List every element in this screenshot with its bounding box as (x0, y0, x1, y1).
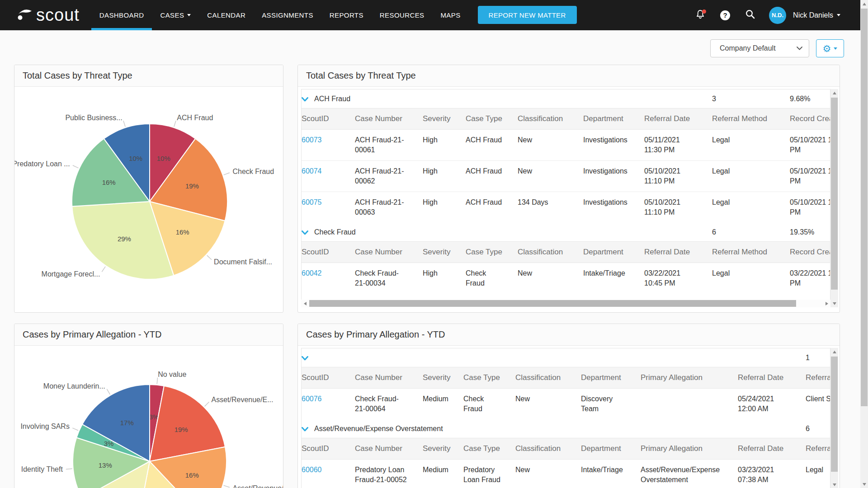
column-header[interactable]: Case Type (463, 438, 515, 460)
scrollbar-thumb[interactable] (861, 9, 868, 406)
nav-item-dashboard[interactable]: DASHBOARD (91, 0, 152, 30)
scrollbar-thumb[interactable] (309, 300, 796, 307)
table-vertical-scrollbar[interactable] (830, 348, 838, 488)
column-header[interactable]: Case Type (466, 242, 518, 263)
column-header[interactable]: Referral Date (738, 438, 806, 460)
column-header[interactable]: ScoutID (302, 367, 355, 389)
table-row[interactable]: 60074ACH Fraud-21- 00062HighACH FraudNew… (302, 161, 830, 192)
dashboard-select[interactable]: Company Default (710, 39, 809, 57)
table-row[interactable]: 60060Predatory Loan Fraud-21-00052Medium… (302, 460, 830, 488)
column-header[interactable]: Case Type (463, 367, 515, 389)
column-header[interactable]: Primary Allegation (641, 438, 738, 460)
column-header[interactable]: Classification (518, 108, 583, 130)
column-header[interactable]: Department (583, 242, 644, 263)
table-row[interactable]: 60042Check Fraud- 21-00034HighCheck Frau… (302, 263, 830, 294)
column-header[interactable]: Department (581, 367, 641, 389)
help-button[interactable]: ? (719, 9, 731, 21)
table-cell: Legal (712, 161, 790, 192)
column-header[interactable]: ScoutID (302, 242, 355, 263)
table-row[interactable]: 60076Check Fraud- 21-00064MediumCheck Fr… (302, 389, 830, 420)
table-row[interactable]: 60073ACH Fraud-21- 00061HighACH FraudNew… (302, 130, 830, 161)
column-header[interactable]: Referral Method (712, 242, 790, 263)
table-horizontal-scrollbar[interactable] (301, 300, 830, 307)
table-cell: Check Fraud- 21-00064 (355, 389, 423, 420)
app-logo[interactable]: scout (17, 0, 80, 30)
scoutid-link[interactable]: 60060 (302, 466, 322, 474)
column-header[interactable]: Referral Method (712, 108, 790, 130)
notification-dot (702, 9, 706, 14)
column-header[interactable]: Severity (423, 242, 466, 263)
table-cell: ACH Fraud-21- 00062 (355, 161, 423, 192)
scoutid-link[interactable]: 60042 (302, 269, 322, 277)
table-cell: Check Fraud (466, 263, 518, 294)
column-header[interactable]: Classification (515, 367, 581, 389)
collapse-chevron-icon[interactable] (302, 97, 308, 102)
panel-header: Cases by Primary Allegation - YTD (14, 324, 283, 346)
column-header[interactable]: Record Created (790, 242, 830, 263)
collapse-chevron-icon[interactable] (302, 230, 308, 235)
nav-item-reports[interactable]: REPORTS (321, 0, 372, 30)
column-header[interactable]: Severity (423, 438, 463, 460)
column-header[interactable]: Primary Allegation (641, 367, 738, 389)
pie-slice-label: Public Business... (65, 114, 122, 122)
scoutid-link[interactable]: 60075 (302, 198, 322, 206)
table-cell: 03/22/2021 1 PM (790, 263, 830, 294)
pie-percent-label: 16% (176, 228, 189, 236)
column-header[interactable]: Classification (515, 438, 581, 460)
page-scrollbar[interactable] (860, 0, 868, 488)
pie-label-line (73, 165, 79, 168)
avatar[interactable]: N.D. (769, 7, 786, 24)
column-header[interactable]: Department (583, 108, 644, 130)
column-header[interactable]: Referral Date (644, 242, 712, 263)
pie-label-line (157, 378, 157, 384)
group-count: 6 (712, 223, 790, 242)
column-header[interactable]: Severity (423, 367, 463, 389)
chevron-down-icon (837, 14, 840, 16)
scrollbar-thumb[interactable] (831, 357, 838, 472)
nav-item-calendar[interactable]: CALENDAR (199, 0, 254, 30)
column-header[interactable]: Case Type (466, 108, 518, 130)
table-cell: Investigations (583, 130, 644, 161)
scoutid-link[interactable]: 60074 (302, 167, 322, 175)
column-header[interactable]: Referral Method (806, 438, 830, 460)
group-percent: 19.35% (790, 223, 830, 242)
nav-item-assignments[interactable]: ASSIGNMENTS (254, 0, 321, 30)
column-header[interactable]: Case Number (355, 242, 423, 263)
column-header[interactable]: Referral Method (806, 367, 830, 389)
table-row[interactable]: 60075ACH Fraud-21- 00063HighACH Fraud134… (302, 192, 830, 223)
table-header-row: ScoutIDCase NumberSeverityCase TypeClass… (302, 242, 830, 263)
scoutid-link[interactable]: 60076 (302, 395, 322, 403)
nav-item-label: ASSIGNMENTS (262, 11, 313, 19)
column-header[interactable]: Severity (423, 108, 466, 130)
scoutid-link[interactable]: 60073 (302, 136, 322, 144)
nav-item-cases[interactable]: CASES (152, 0, 199, 30)
dashboard-settings-button[interactable]: ⚙ (816, 39, 844, 57)
group-count: 1 (806, 348, 830, 367)
table-vertical-scrollbar[interactable] (830, 89, 838, 307)
column-header[interactable]: Case Number (355, 108, 423, 130)
column-header[interactable]: Referral Date (644, 108, 712, 130)
column-header[interactable]: Classification (518, 242, 583, 263)
notifications-button[interactable] (694, 9, 706, 21)
column-header[interactable]: Case Number (355, 438, 423, 460)
panel-total-cases-by-threat-type-chart: Total Cases by Threat Type 10%ACH Fraud1… (14, 65, 283, 313)
nav-item-label: CALENDAR (207, 11, 245, 19)
column-header[interactable]: ScoutID (302, 108, 355, 130)
help-icon: ? (720, 10, 730, 20)
nav-item-resources[interactable]: RESOURCES (372, 0, 433, 30)
column-header[interactable]: Department (581, 438, 641, 460)
group-row: ACH Fraud39.68% (302, 89, 830, 108)
column-header[interactable]: Case Number (355, 367, 423, 389)
nav-item-maps[interactable]: MAPS (432, 0, 468, 30)
column-header[interactable]: ScoutID (302, 438, 355, 460)
column-header[interactable]: Referral Date (738, 367, 806, 389)
user-menu[interactable]: Nick Daniels (793, 11, 840, 19)
search-button[interactable] (744, 9, 756, 21)
collapse-chevron-icon[interactable] (302, 356, 308, 361)
report-new-matter-button[interactable]: REPORT NEW MATTER (478, 6, 577, 24)
collapse-chevron-icon[interactable] (302, 427, 308, 432)
primary-allegation-pie-chart: 3%No value19%Asset/Revenue/E...16%Asset/… (14, 346, 283, 488)
column-header[interactable]: Record Created (790, 108, 830, 130)
pie-label-line (224, 173, 230, 175)
scrollbar-thumb[interactable] (831, 98, 838, 290)
